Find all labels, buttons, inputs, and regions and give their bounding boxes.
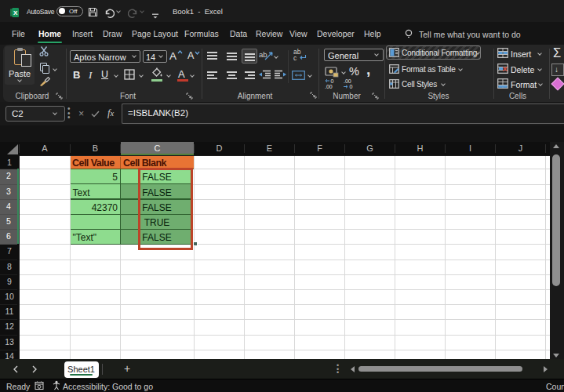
svg-text:0: 0 bbox=[331, 78, 334, 84]
svg-text:.00: .00 bbox=[344, 78, 351, 84]
svg-text:X: X bbox=[13, 9, 18, 16]
svg-text:0: 0 bbox=[350, 84, 353, 89]
svg-text:.00: .00 bbox=[325, 84, 333, 89]
